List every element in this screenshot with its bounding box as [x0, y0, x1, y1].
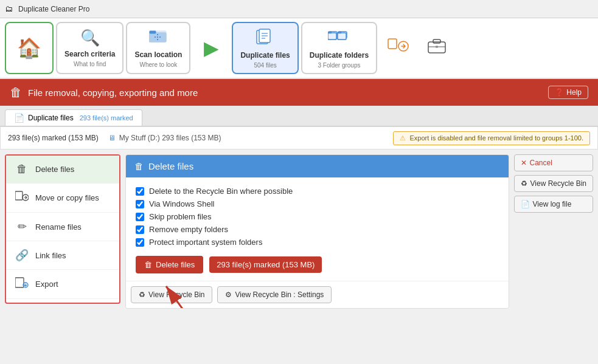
svg-rect-24: [15, 191, 23, 200]
settings-label: View Recycle Bin : Settings: [235, 290, 324, 299]
delete-icon: 🗑: [15, 163, 29, 176]
link-label: Link files: [35, 251, 66, 260]
rename-label: Rename files: [35, 222, 82, 232]
link-icon: 🔗: [15, 249, 29, 262]
delete-btn-label: Delete files: [156, 260, 195, 269]
delete-panel-icon: 🗑: [134, 161, 144, 171]
title-bar: 🗂 Duplicate Cleaner Pro: [0, 0, 598, 18]
checkbox-remove-empty-input[interactable]: [136, 225, 144, 234]
left-panel: 🗑 Delete files Move or copy files ✏ Rena…: [5, 154, 120, 304]
checkbox-recycle-bin-input[interactable]: [136, 187, 144, 196]
left-panel-move-copy[interactable]: Move or copy files: [6, 184, 119, 213]
delete-btn-icon: 🗑: [144, 260, 152, 269]
svg-rect-17: [338, 32, 341, 33]
drive-icon: 🖥: [108, 134, 116, 142]
toolbar-move-action[interactable]: [380, 22, 416, 74]
delete-panel-body: Delete to the Recycle Bin where possible…: [126, 177, 509, 281]
recycle-icon: ♻: [521, 179, 527, 188]
left-panel-delete-files[interactable]: 🗑 Delete files: [6, 156, 119, 184]
far-right-actions: ✕ Cancel ♻ View Recycle Bin 📄 View log f…: [514, 154, 593, 304]
toolbar-duplicate-folders[interactable]: Duplicate folders 3 Folder groups: [301, 22, 377, 74]
delete-panel-title: Delete files: [148, 161, 193, 171]
toolbar-scan-run[interactable]: ▶: [193, 22, 229, 74]
tab-bar: 📄 Duplicate files 293 file(s) marked: [0, 106, 598, 126]
recycle-label: View Recycle Bin: [530, 179, 586, 188]
help-button[interactable]: ❓ Help: [548, 86, 588, 99]
checkbox-windows-shell-label: Via Windows Shell: [149, 199, 214, 208]
duplicate-folders-icon: [328, 28, 350, 49]
checkbox-skip-problem-label: Skip problem files: [149, 212, 212, 221]
export-icon: [15, 277, 29, 291]
rename-icon: ✏: [15, 220, 29, 233]
left-panel-link[interactable]: 🔗 Link files: [6, 241, 119, 270]
svg-rect-16: [338, 33, 346, 39]
scan-location-sub: Where to look: [140, 61, 178, 68]
toolbar-search-criteria[interactable]: 🔍 Search criteria What to find: [56, 22, 123, 74]
duplicate-folders-sub: 3 Folder groups: [318, 62, 360, 69]
svg-rect-26: [15, 278, 24, 287]
duplicate-folders-title: Duplicate folders: [310, 51, 369, 60]
checkbox-protect-system-label: Protect important system folders: [149, 238, 262, 247]
toolbar-home[interactable]: 🏠: [5, 22, 54, 74]
checkbox-skip-problem-input[interactable]: [136, 213, 144, 221]
cancel-icon: ✕: [521, 159, 527, 167]
play-icon: ▶: [204, 36, 219, 60]
banner-text: File removal, copying, exporting and mor…: [28, 88, 542, 98]
red-banner: 🗑 File removal, copying, exporting and m…: [0, 79, 598, 106]
duplicate-files-sub: 504 files: [254, 62, 276, 69]
checkbox-recycle-bin-label: Delete to the Recycle Bin where possible: [149, 187, 293, 196]
home-icon: 🏠: [17, 36, 41, 60]
log-icon: 📄: [521, 200, 530, 208]
recycle-bin-label: View Recycle Bin: [148, 290, 204, 299]
banner-icon: 🗑: [10, 86, 22, 100]
tab-badge: 293 file(s) marked: [80, 114, 133, 122]
tab-label: Duplicate files: [28, 114, 74, 122]
toolbar-duplicate-files[interactable]: Duplicate files 504 files: [232, 22, 298, 74]
checkbox-remove-empty: Remove empty folders: [136, 223, 499, 236]
cancel-label: Cancel: [530, 159, 552, 167]
svg-rect-12: [328, 33, 336, 39]
warning-box: ⚠ Export is disabled and file removal li…: [393, 131, 590, 145]
delete-label: Delete files: [35, 165, 74, 174]
warning-text: Export is disabled and file removal limi…: [409, 134, 583, 142]
marked-badge: 293 file(s) marked (153 MB): [209, 256, 322, 273]
move-icon: [387, 36, 409, 60]
help-label: Help: [566, 88, 582, 97]
recycle-bin-icon: ♻: [139, 290, 145, 299]
checkbox-remove-empty-label: Remove empty folders: [149, 225, 228, 234]
svg-rect-13: [328, 32, 332, 33]
cancel-button[interactable]: ✕ Cancel: [514, 154, 593, 171]
delete-panel-header: 🗑 Delete files: [126, 155, 509, 177]
suitcase-icon: [427, 37, 447, 60]
search-icon: 🔍: [80, 29, 100, 47]
checkbox-windows-shell: Via Windows Shell: [136, 197, 499, 210]
left-panel-rename[interactable]: ✏ Rename files: [6, 213, 119, 241]
view-recycle-bin-button[interactable]: ♻ View Recycle Bin: [131, 286, 212, 303]
folder-icon: [149, 28, 167, 48]
duplicate-files-tab[interactable]: 📄 Duplicate files 293 file(s) marked: [5, 109, 142, 126]
checkbox-recycle-bin: Delete to the Recycle Bin where possible: [136, 185, 499, 197]
checkbox-protect-system-input[interactable]: [136, 238, 144, 247]
app-icon: 🗂: [5, 4, 15, 14]
view-recycle-bin-far-button[interactable]: ♻ View Recycle Bin: [514, 175, 593, 192]
move-copy-label: Move or copy files: [35, 193, 99, 202]
app-title: Duplicate Cleaner Pro: [18, 5, 89, 13]
checkbox-windows-shell-input[interactable]: [136, 200, 144, 208]
drive-info: 🖥 My Stuff (D:) 293 files (153 MB): [108, 134, 221, 142]
warning-icon: ⚠: [400, 134, 406, 142]
duplicate-files-title: Duplicate files: [240, 51, 290, 60]
main-area: 🗑 Delete files Move or copy files ✏ Rena…: [0, 149, 598, 309]
left-panel-export[interactable]: Export: [6, 270, 119, 299]
log-label: View log file: [533, 200, 572, 208]
search-criteria-sub: What to find: [74, 61, 106, 67]
search-criteria-title: Search criteria: [64, 50, 115, 58]
toolbar-suitcase[interactable]: [419, 22, 455, 74]
view-recycle-bin-settings-button[interactable]: ⚙ View Recycle Bin : Settings: [217, 286, 332, 303]
content-right: 🗑 Delete files Delete to the Recycle Bin…: [125, 149, 514, 309]
toolbar-scan-location[interactable]: Scan location Where to look: [126, 22, 190, 74]
svg-rect-2: [150, 31, 156, 33]
marked-count: 293 file(s) marked (153 MB): [8, 134, 99, 142]
delete-files-button[interactable]: 🗑 Delete files: [136, 256, 203, 273]
tab-icon: 📄: [14, 113, 24, 123]
view-log-button[interactable]: 📄 View log file: [514, 196, 593, 213]
